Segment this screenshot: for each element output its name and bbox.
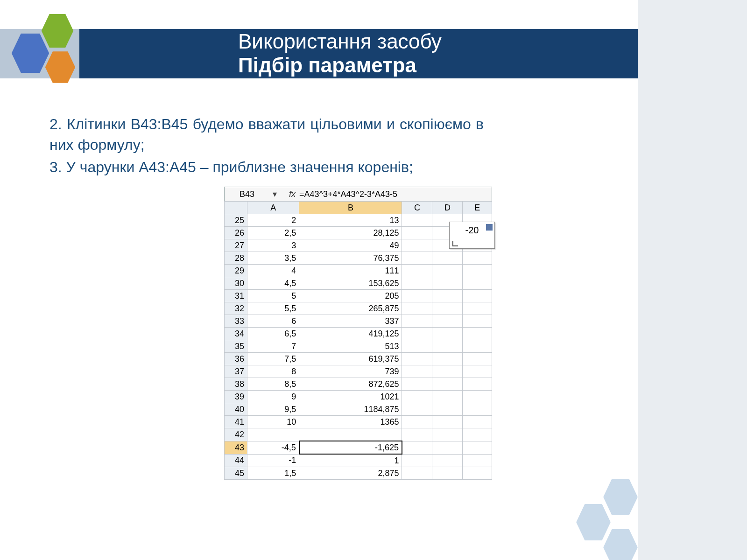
cell[interactable] [463,454,492,467]
cell[interactable] [432,290,463,302]
cell[interactable]: 153,625 [299,277,402,290]
row-header[interactable]: 41 [225,416,247,428]
row-header[interactable]: 26 [225,227,247,239]
cell[interactable] [463,328,492,340]
cell[interactable]: 7 [247,340,299,353]
cell[interactable]: 8 [247,365,299,378]
cell[interactable]: 337 [299,315,402,328]
cell[interactable]: 13 [299,214,402,227]
table-row[interactable]: 378739 [225,365,492,378]
cell[interactable] [402,290,432,302]
row-header[interactable]: 36 [225,353,247,365]
table-row[interactable]: 42 [225,428,492,441]
cell[interactable] [247,428,299,441]
cell[interactable] [402,454,432,467]
row-header[interactable]: 42 [225,428,247,441]
cell[interactable] [402,403,432,416]
row-header[interactable]: 39 [225,391,247,403]
cell[interactable]: 6,5 [247,328,299,340]
row-header[interactable]: 27 [225,239,247,252]
cell[interactable] [463,416,492,428]
cell[interactable]: 6 [247,315,299,328]
cell[interactable]: 205 [299,290,402,302]
cell[interactable]: 1,5 [247,467,299,480]
cell[interactable]: 5 [247,290,299,302]
row-header[interactable]: 32 [225,302,247,315]
cell[interactable] [432,265,463,277]
cell[interactable]: 28,125 [299,227,402,239]
table-row[interactable]: 44-11 [225,454,492,467]
cell[interactable] [463,441,492,454]
cell[interactable] [402,315,432,328]
table-row[interactable]: 283,576,375 [225,252,492,265]
cell[interactable] [432,252,463,265]
row-header[interactable]: 40 [225,403,247,416]
cell[interactable] [463,391,492,403]
cell[interactable] [402,441,432,454]
fx-label[interactable]: fx [280,189,297,199]
table-row[interactable]: 294111 [225,265,492,277]
cell[interactable] [402,239,432,252]
cell[interactable]: 49 [299,239,402,252]
cell[interactable] [432,428,463,441]
cell[interactable] [402,252,432,265]
row-header[interactable]: 45 [225,467,247,480]
cell[interactable] [463,265,492,277]
cell[interactable] [463,290,492,302]
cell[interactable]: 1 [299,454,402,467]
cell[interactable] [432,340,463,353]
cell[interactable] [402,214,432,227]
cell[interactable] [432,441,463,454]
cell[interactable]: 9,5 [247,403,299,416]
cell[interactable]: 5,5 [247,302,299,315]
table-row[interactable]: 315205 [225,290,492,302]
table-row[interactable]: 41101365 [225,416,492,428]
row-header[interactable]: 25 [225,214,247,227]
cell[interactable]: 1365 [299,416,402,428]
cell[interactable]: 4 [247,265,299,277]
cell[interactable] [463,353,492,365]
table-row[interactable]: 304,5153,625 [225,277,492,290]
row-header[interactable]: 44 [225,454,247,467]
cell[interactable] [432,365,463,378]
cell[interactable]: 3 [247,239,299,252]
cell[interactable]: 739 [299,365,402,378]
col-header-d[interactable]: D [432,202,463,214]
cell[interactable]: 9 [247,391,299,403]
cell[interactable] [402,265,432,277]
cell[interactable]: 4,5 [247,277,299,290]
cell[interactable] [463,340,492,353]
cell[interactable]: 513 [299,340,402,353]
cell[interactable]: 8,5 [247,378,299,391]
row-header[interactable]: 34 [225,328,247,340]
cell[interactable] [463,365,492,378]
cell[interactable] [432,315,463,328]
active-cell[interactable]: -1,625 [299,441,402,454]
cell[interactable] [402,416,432,428]
cell[interactable] [463,403,492,416]
cell[interactable] [432,328,463,340]
row-header[interactable]: 31 [225,290,247,302]
cell[interactable]: 111 [299,265,402,277]
cell[interactable] [402,340,432,353]
cell[interactable] [432,403,463,416]
name-box[interactable]: B43 [225,189,269,199]
table-row[interactable]: 367,5619,375 [225,353,492,365]
row-header[interactable]: 28 [225,252,247,265]
cell[interactable] [463,315,492,328]
cell[interactable] [463,302,492,315]
cell[interactable] [402,378,432,391]
cell[interactable] [432,302,463,315]
cell[interactable]: 10 [247,416,299,428]
cell[interactable] [463,467,492,480]
col-header-b[interactable]: B [299,202,402,214]
cell[interactable] [432,391,463,403]
cell[interactable]: 2 [247,214,299,227]
cell[interactable] [463,428,492,441]
table-row[interactable]: 325,5265,875 [225,302,492,315]
cell[interactable]: -4,5 [247,441,299,454]
cell[interactable] [402,365,432,378]
cell[interactable] [463,378,492,391]
table-row[interactable]: 43-4,5-1,625 [225,441,492,454]
cell[interactable] [432,454,463,467]
